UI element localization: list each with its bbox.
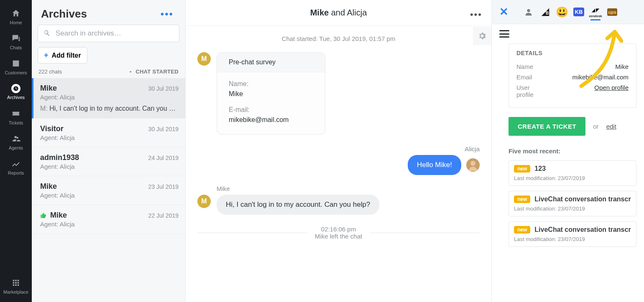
recent-mod: Last modification: 23/07/2019: [514, 175, 631, 181]
conversation-body: Chat started: Tue, 30 Jul 2019, 01:57 pm…: [186, 26, 491, 302]
search-icon: [43, 29, 51, 39]
left-time: 02:16:06 pm: [315, 226, 362, 233]
customer-avatar: M: [197, 52, 211, 66]
new-tag: new: [514, 165, 530, 173]
chat-count: 222 chats: [38, 69, 62, 75]
archives-header: Archives •••: [32, 0, 185, 25]
sender-name: Alicja: [465, 145, 480, 152]
recent-item[interactable]: newLiveChat conversation transcript Last…: [509, 221, 636, 247]
chat-item[interactable]: Visitor 30 Jul 2019 Agent: Alicja: [32, 119, 185, 147]
recent-title: LiveChat conversation transcript: [534, 226, 631, 233]
thumbs-up-icon: [40, 212, 47, 219]
nav-tickets[interactable]: Tickets: [0, 104, 32, 129]
create-ticket-button[interactable]: CREATE A TICKET: [509, 117, 585, 136]
details-profile-label: User profile: [516, 84, 542, 98]
nav-label: Reports: [8, 170, 24, 175]
survey-row: M Pre-chat survey Name: Mike E-mail: mik…: [197, 52, 480, 135]
chat-item[interactable]: Mike 30 Jul 2019 Agent: Alicja M: Hi, I …: [32, 78, 185, 119]
chat-item-name: Visitor: [40, 124, 64, 133]
customer-message-row: M Hi, I can't log in to my account. Can …: [197, 195, 480, 215]
nav-archives[interactable]: Archives: [0, 79, 32, 104]
nav-label: Archives: [7, 95, 25, 100]
customer-avatar: M: [197, 195, 211, 208]
smiley-icon[interactable]: 😃: [556, 6, 568, 18]
bigcommerce-icon[interactable]: B: [539, 6, 551, 18]
chat-item-name: Mike: [40, 211, 67, 220]
archives-panel: Archives ••• + Add filter 222 chats CHAT…: [32, 0, 186, 302]
nav-home[interactable]: Home: [0, 4, 32, 29]
chat-item-agent: Agent: Alicja: [40, 221, 179, 228]
or-label: or: [593, 123, 598, 130]
svg-point-1: [470, 161, 475, 166]
recent-item[interactable]: newLiveChat conversation transcript Last…: [509, 191, 636, 216]
chat-item-name: admin1938: [40, 153, 79, 162]
kb-icon[interactable]: KB: [573, 6, 585, 18]
archives-menu-button[interactable]: •••: [158, 10, 176, 19]
sender-name: Mike: [217, 185, 480, 192]
chats-icon: [11, 33, 21, 43]
chevron-down-icon: [128, 69, 133, 74]
chat-item-agent: Agent: Alicja: [40, 134, 179, 141]
svg-text:B: B: [546, 10, 549, 15]
nav-marketplace[interactable]: Marketplace: [0, 274, 32, 299]
svg-point-2: [527, 9, 530, 12]
right-panel: ✕ B 😃 KB zendesk ups DETAILS NameMike Em…: [492, 0, 644, 302]
recent-title: 123: [534, 165, 546, 173]
nav-agents[interactable]: Agents: [0, 129, 32, 155]
chat-item-date: 30 Jul 2019: [148, 126, 179, 132]
recent-item[interactable]: new123 Last modification: 23/07/2019: [509, 160, 636, 186]
chat-item-date: 23 Jul 2019: [148, 183, 179, 190]
close-panel-button[interactable]: ✕: [498, 5, 510, 18]
chat-item[interactable]: Mike 22 Jul 2019 Agent: Alicja: [32, 205, 185, 234]
page-title: Archives: [41, 8, 87, 20]
conversation-menu-button[interactable]: •••: [470, 9, 482, 20]
nav-customers[interactable]: Customers: [0, 54, 32, 79]
integrations-bar: ✕ B 😃 KB zendesk ups: [492, 0, 644, 24]
details-name-value: Mike: [615, 63, 629, 70]
details-card: DETAILS NameMike Emailmikebike@mail.com …: [509, 43, 636, 108]
survey-title: Pre-chat survey: [217, 53, 325, 72]
ups-icon[interactable]: ups: [606, 6, 618, 18]
add-filter-label: Add filter: [52, 52, 81, 59]
details-name-label: Name: [516, 63, 533, 70]
sort-label: CHAT STARTED: [135, 69, 179, 75]
person-icon[interactable]: [523, 6, 534, 18]
settings-gear-button[interactable]: [473, 27, 491, 45]
recent-heading: Five most recent:: [509, 147, 636, 155]
conversation-title: Mike and Alicja: [310, 8, 367, 18]
customer-message-bubble: Hi, I can't log in to my account. Can yo…: [217, 195, 379, 215]
archives-icon: [11, 84, 20, 93]
chat-item-name: Mike: [40, 182, 57, 191]
search-box: [38, 25, 179, 42]
nav-label: Customers: [5, 70, 27, 75]
open-profile-link[interactable]: Open profile: [594, 84, 629, 91]
new-tag: new: [514, 195, 530, 203]
zendesk-icon[interactable]: zendesk: [590, 6, 601, 18]
chat-item[interactable]: Mike 23 Jul 2019 Agent: Alicja: [32, 176, 185, 205]
chat-item-date: 30 Jul 2019: [148, 85, 179, 92]
reports-icon: [11, 159, 21, 169]
details-heading: DETAILS: [516, 50, 629, 56]
nav-chats[interactable]: Chats: [0, 29, 32, 54]
nav-label: Tickets: [9, 120, 23, 125]
survey-name-value: Mike: [229, 89, 313, 99]
details-email-value: mikebike@mail.com: [572, 74, 629, 81]
ticket-row: CREATE A TICKET or edit: [509, 117, 636, 136]
agents-icon: [11, 134, 21, 144]
survey-name-label: Name:: [229, 79, 313, 89]
hamburger-button[interactable]: [499, 30, 509, 38]
sort-button[interactable]: CHAT STARTED: [128, 69, 179, 75]
chat-started-label: Chat started: Tue, 30 Jul 2019, 01:57 pm: [197, 35, 480, 42]
edit-link[interactable]: edit: [606, 123, 616, 130]
nav-label: Marketplace: [3, 289, 28, 294]
agent-message-block: Alicja Hello Mike!: [197, 145, 480, 175]
chat-item-name: Mike: [40, 84, 57, 93]
chat-item[interactable]: admin1938 24 Jul 2019 Agent: Alicja: [32, 147, 185, 176]
add-filter-button[interactable]: + Add filter: [38, 47, 87, 63]
recent-mod: Last modification: 23/07/2019: [514, 206, 631, 212]
nav-label: Agents: [9, 145, 23, 150]
chat-list: Mike 30 Jul 2019 Agent: Alicja M: Hi, I …: [32, 78, 185, 302]
search-input[interactable]: [38, 25, 179, 42]
nav-reports[interactable]: Reports: [0, 155, 32, 180]
left-text: Mike left the chat: [315, 233, 362, 240]
